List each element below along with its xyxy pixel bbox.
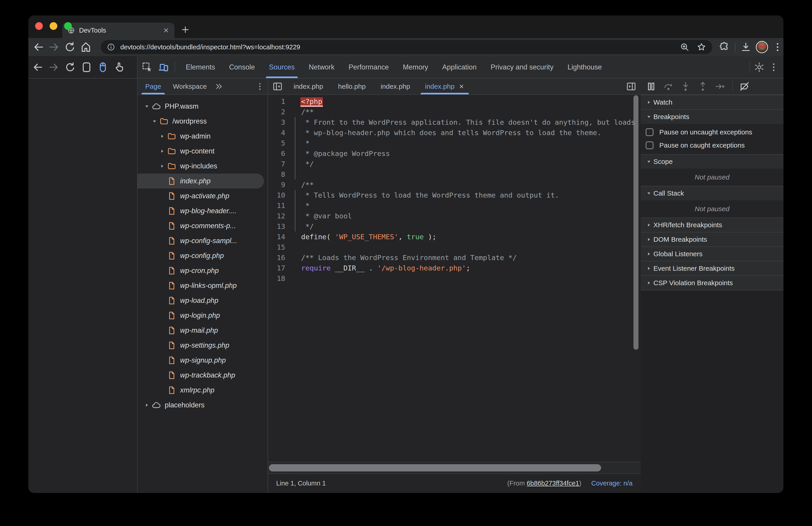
tree-item-wp-activate-php[interactable]: wp-activate.php [137,189,267,204]
browser-tab[interactable]: DevTools [62,22,174,38]
line-number-gutter[interactable]: 9 [268,180,295,190]
home-icon[interactable] [79,41,92,54]
checkbox-unchecked[interactable] [646,128,653,136]
devtools-tab-sources[interactable]: Sources [262,56,302,78]
line-number-gutter[interactable]: 18 [268,273,295,284]
devtools-tab-application[interactable]: Application [435,56,484,78]
bookmark-star-icon[interactable] [696,42,707,52]
forward-icon[interactable] [48,61,60,73]
line-number-gutter[interactable]: 16 [268,252,295,263]
editor-horizontal-scrollbar[interactable] [268,462,641,474]
forward-icon[interactable] [48,41,60,54]
editor-tab-hello-php-1[interactable]: hello.php [331,78,373,94]
devtools-tab-lighthouse[interactable]: Lighthouse [561,56,609,78]
line-number-gutter[interactable]: 4 [268,127,295,138]
line-number-gutter[interactable]: 2 [268,107,295,117]
line-number-gutter[interactable]: 15 [268,242,295,252]
section-header-global-listeners[interactable]: Global Listeners [641,246,783,261]
menu-kebab-icon[interactable] [772,41,783,53]
inspect-icon[interactable] [142,62,153,73]
tree-item-wp-settings-php[interactable]: wp-settings.php [137,338,267,353]
source-hash-link[interactable]: 6b86b273ff34fce1 [526,480,579,487]
tree-item-wp-load-php[interactable]: wp-load.php [137,293,267,308]
line-number-gutter[interactable]: 12 [268,211,295,221]
tree-item-wp-signup-php[interactable]: wp-signup.php [137,353,267,368]
devtools-tab-privacy-and-security[interactable]: Privacy and security [484,56,561,78]
tree-expand-arrow-right-icon[interactable] [158,163,166,169]
editor-tab-index-php-3[interactable]: index.php [418,78,472,94]
zoom-window-button[interactable] [64,22,72,30]
checkbox-unchecked[interactable] [646,141,653,149]
line-number-gutter[interactable]: 11 [268,200,295,211]
tree-item-wp-config-php[interactable]: wp-config.php [137,248,267,263]
tree-item-wp-cron-php[interactable]: wp-cron.php [137,263,267,278]
editor-tab-index-php-2[interactable]: index.php [373,78,418,94]
touch-icon[interactable] [113,61,125,73]
devtools-tab-elements[interactable]: Elements [179,56,222,78]
tree-item-wp-comments-p[interactable]: wp-comments-p... [137,219,267,234]
line-number-gutter[interactable]: 13 [268,221,295,231]
tab-workspace[interactable]: Workspace [167,78,213,94]
devtools-tab-performance[interactable]: Performance [342,56,395,78]
section-header-scope[interactable]: Scope [641,154,783,169]
tree-item-wp-trackback-php[interactable]: wp-trackback.php [137,368,267,383]
tree-item-wp-includes[interactable]: wp-includes [137,159,267,174]
section-header-csp-violation-breakpoints[interactable]: CSP Violation Breakpoints [641,275,783,290]
profile-avatar[interactable] [756,41,768,53]
settings-gear-icon[interactable] [754,62,765,73]
chevron-double-right-icon[interactable] [214,81,224,91]
step-over-icon[interactable] [663,81,674,92]
line-number-gutter[interactable]: 6 [268,148,295,159]
page-info-icon[interactable] [107,43,115,51]
mouse-icon[interactable] [97,61,109,73]
tree-expand-arrow-right-icon[interactable] [158,148,166,154]
editor-tab-index-php-0[interactable]: index.php [286,78,331,94]
back-icon[interactable] [32,41,45,54]
tree-item-php-wasm[interactable]: PHP.wasm [137,99,267,114]
tab-page[interactable]: Page [139,78,167,94]
close-tab-icon[interactable] [163,27,170,34]
tree-item-wp-login-php[interactable]: wp-login.php [137,308,267,323]
tree-expand-arrow-down-icon[interactable] [150,118,159,124]
section-header-xhr-fetch-breakpoints[interactable]: XHR/fetch Breakpoints [641,217,783,232]
line-number-gutter[interactable]: 3 [268,117,295,127]
device-toolbar-icon[interactable] [158,62,169,73]
deactivate-breakpoints-icon[interactable] [739,81,750,92]
code-editor[interactable]: 1<?php2/**3 * Front to the WordPress app… [268,95,641,462]
line-number-gutter[interactable]: 1 [268,96,295,107]
section-header-dom-breakpoints[interactable]: DOM Breakpoints [641,232,783,246]
url-bar[interactable]: devtools://devtools/bundled/inspector.ht… [101,40,712,54]
step-icon[interactable] [714,81,725,92]
coverage-link[interactable]: Coverage: n/a [591,480,633,487]
tree-item-wp-links-opml-php[interactable]: wp-links-opml.php [137,278,267,293]
tree-item-wp-config-sampl[interactable]: wp-config-sampl... [137,234,267,248]
section-header-watch[interactable]: Watch [641,95,783,109]
line-number-gutter[interactable]: 7 [268,159,295,169]
zoom-icon[interactable] [680,42,690,52]
reload-icon[interactable] [64,61,76,73]
viewport-icon[interactable] [81,61,93,73]
section-header-call-stack[interactable]: Call Stack [641,186,783,200]
download-icon[interactable] [740,41,752,53]
tree-item-index-php[interactable]: index.php [137,174,264,189]
section-header-breakpoints[interactable]: Breakpoints [641,109,783,124]
menu-kebab-icon[interactable] [768,62,779,73]
line-number-gutter[interactable]: 8 [268,169,295,180]
back-icon[interactable] [31,61,44,73]
close-editor-tab-icon[interactable] [459,84,464,89]
section-header-event-listener-breakpoints[interactable]: Event Listener Breakpoints [641,261,783,275]
navigator-menu-kebab-icon[interactable] [255,81,265,91]
line-number-gutter[interactable]: 5 [268,138,295,148]
editor-vertical-scrollbar[interactable] [634,95,638,350]
step-into-icon[interactable] [680,81,691,92]
devtools-tab-console[interactable]: Console [222,56,262,78]
tree-item-wp-admin[interactable]: wp-admin [137,129,267,144]
horizontal-scrollbar-thumb[interactable] [269,464,601,471]
line-number-gutter[interactable]: 17 [268,263,295,273]
tree-item-placeholders[interactable]: placeholders [137,398,267,412]
pause-icon[interactable] [646,81,656,92]
tree-expand-arrow-right-icon[interactable] [143,402,151,408]
line-number-gutter[interactable]: 14 [268,231,295,242]
toggle-debugger-icon[interactable] [626,81,637,92]
tree-item-xmlrpc-php[interactable]: xmlrpc.php [137,383,267,398]
